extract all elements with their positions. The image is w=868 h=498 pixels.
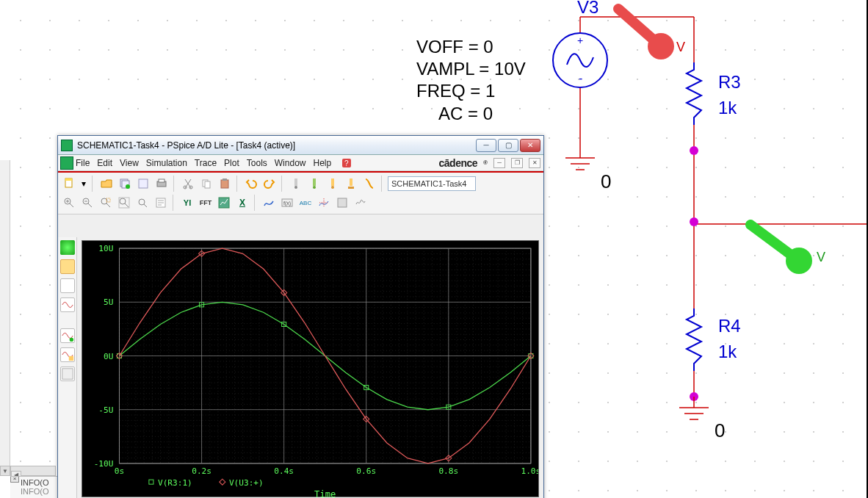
menu-edit[interactable]: Edit	[97, 158, 112, 168]
eval-icon[interactable]: f(x)	[279, 195, 295, 211]
svg-point-16	[126, 184, 130, 189]
document-field[interactable]	[388, 176, 476, 191]
maximize-button[interactable]: ▢	[498, 139, 518, 152]
svg-rect-33	[348, 187, 354, 189]
svg-rect-32	[350, 178, 352, 186]
svg-point-20	[184, 186, 187, 189]
svg-point-31	[331, 186, 334, 189]
svg-point-27	[294, 186, 297, 189]
redo-icon[interactable]	[261, 176, 278, 192]
waveform-plot[interactable]: 10U5U0U-5U-10U0s0.2s0.4s0.6s0.8s1.0sV(R3…	[82, 240, 539, 497]
minimize-button[interactable]: ─	[476, 139, 496, 152]
probe-green-icon[interactable]	[60, 240, 75, 255]
svg-rect-23	[205, 181, 210, 188]
notes-icon[interactable]	[60, 259, 75, 274]
save-multi-icon[interactable]	[117, 176, 133, 192]
open-icon[interactable]	[98, 176, 115, 192]
zoom-area-icon[interactable]	[98, 195, 114, 211]
marker2-icon[interactable]	[306, 176, 322, 192]
close-icon[interactable]: ×	[10, 476, 19, 483]
zoom-fit-icon[interactable]	[116, 195, 132, 211]
marker4-icon[interactable]	[343, 176, 359, 192]
info-panel: × INFO(O INFO(O	[10, 476, 62, 498]
save-icon[interactable]	[135, 176, 151, 192]
svg-rect-25	[223, 178, 227, 181]
new-doc-icon[interactable]	[61, 176, 77, 192]
cut-icon[interactable]	[180, 176, 196, 192]
abc-icon[interactable]: ABC	[297, 195, 314, 211]
svg-text:V(U3:+): V(U3:+)	[229, 478, 264, 488]
svg-rect-13	[65, 178, 72, 181]
menu-window[interactable]: Window	[275, 158, 306, 168]
mdi-close-button[interactable]: ✕	[529, 158, 540, 168]
svg-text:-5U: -5U	[98, 405, 113, 415]
cursor-icon[interactable]	[316, 195, 332, 211]
titlebar[interactable]: SCHEMATIC1-Task4 - PSpice A/D Lite - [Ta…	[58, 136, 543, 155]
page-icon[interactable]	[60, 278, 75, 293]
svg-text:Time: Time	[314, 489, 336, 498]
svg-point-21	[189, 186, 192, 189]
svg-point-46	[69, 338, 73, 342]
svg-point-38	[120, 198, 126, 204]
perf-icon[interactable]	[216, 195, 232, 211]
marker3-icon[interactable]	[325, 176, 341, 192]
fft-icon[interactable]: FFT	[198, 195, 214, 211]
zoom-out-icon[interactable]	[79, 195, 95, 211]
wave1-icon[interactable]	[60, 297, 75, 312]
svg-text:f(x): f(x)	[283, 201, 291, 206]
svg-text:V(R3:1): V(R3:1)	[158, 478, 192, 488]
menubar: File Edit View Simulation Trace Plot Too…	[58, 155, 543, 171]
mdi-minimize-button[interactable]: ─	[493, 158, 505, 168]
horizontal-scrollbar[interactable]: ◀	[10, 466, 56, 476]
wave2-icon[interactable]	[60, 328, 75, 343]
svg-text:0.2s: 0.2s	[192, 466, 211, 476]
svg-text:5U: 5U	[104, 297, 113, 307]
log-icon[interactable]	[153, 195, 169, 211]
print-icon[interactable]	[153, 176, 170, 192]
brand-logo: cādence	[439, 157, 478, 169]
options-icon[interactable]	[352, 195, 369, 211]
menu-view[interactable]: View	[120, 158, 139, 168]
help-icon[interactable]: ?	[339, 155, 355, 171]
vertical-scrollbar[interactable]: ▼	[0, 160, 10, 476]
menu-plot[interactable]: Plot	[224, 158, 239, 168]
doc-icon	[60, 156, 73, 170]
zoom-in-icon[interactable]	[61, 195, 77, 211]
mdi-restore-button[interactable]: ❐	[511, 158, 523, 168]
menu-tools[interactable]: Tools	[247, 158, 267, 168]
dropdown-icon[interactable]: ▾	[79, 176, 88, 192]
add-trace-icon[interactable]	[261, 195, 277, 211]
menu-file[interactable]: File	[76, 158, 90, 168]
copy-icon[interactable]	[198, 176, 214, 192]
undo-icon[interactable]	[243, 176, 259, 192]
pspice-window[interactable]: SCHEMATIC1-Task4 - PSpice A/D Lite - [Ta…	[57, 135, 544, 498]
cursor2-icon[interactable]	[334, 195, 350, 211]
window-title: SCHEMATIC1-Task4 - PSpice A/D Lite - [Ta…	[77, 140, 476, 151]
svg-text:0U: 0U	[104, 352, 113, 361]
svg-point-29	[313, 186, 316, 189]
marker1-icon[interactable]	[288, 176, 304, 192]
menu-help[interactable]: Help	[313, 158, 331, 168]
info-line: INFO(O	[10, 487, 61, 496]
svg-text:?: ?	[344, 159, 349, 167]
svg-rect-19	[159, 179, 164, 182]
svg-rect-170	[149, 480, 153, 484]
zoom-all-icon[interactable]	[134, 195, 151, 211]
run-icon[interactable]	[361, 176, 377, 192]
xaxis-icon[interactable]: X	[234, 195, 250, 211]
menu-trace[interactable]: Trace	[195, 158, 217, 168]
yaxis-icon[interactable]: YI	[179, 195, 195, 211]
close-button[interactable]: ✕	[520, 139, 540, 152]
paste-icon[interactable]	[217, 176, 233, 192]
svg-text:0.8s: 0.8s	[438, 466, 458, 476]
app-icon	[61, 140, 73, 151]
toolbars: ▾	[58, 173, 543, 214]
svg-rect-24	[221, 180, 228, 188]
menu-simulation[interactable]: Simulation	[146, 158, 187, 168]
svg-rect-30	[331, 178, 334, 186]
side-toolbar	[58, 237, 77, 498]
wave4-icon[interactable]	[60, 367, 75, 381]
wave3-icon[interactable]	[60, 347, 75, 362]
svg-point-40	[139, 199, 145, 205]
svg-rect-28	[313, 178, 316, 186]
